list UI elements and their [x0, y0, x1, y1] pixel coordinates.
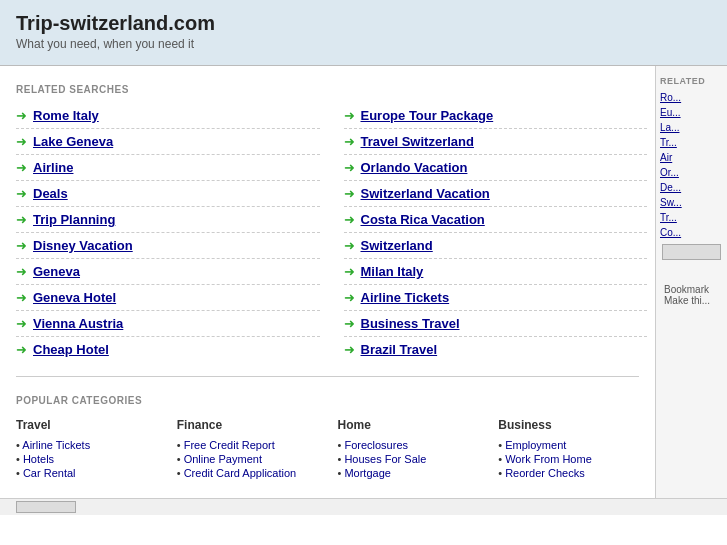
- arrow-icon: ➜: [16, 108, 27, 123]
- category-title: Travel: [16, 418, 157, 432]
- bottom-bar: [0, 498, 727, 515]
- search-link[interactable]: Business Travel: [361, 316, 460, 331]
- arrow-icon: ➜: [16, 316, 27, 331]
- arrow-icon: ➜: [344, 108, 355, 123]
- search-link[interactable]: Brazil Travel: [361, 342, 438, 357]
- arrow-icon: ➜: [344, 290, 355, 305]
- search-link[interactable]: Geneva Hotel: [33, 290, 116, 305]
- category-link[interactable]: Car Rental: [16, 466, 157, 480]
- arrow-icon: ➜: [16, 238, 27, 253]
- bookmark-label: Bookmark: [664, 284, 719, 295]
- arrow-icon: ➜: [16, 134, 27, 149]
- search-item: ➜ Milan Italy: [344, 259, 648, 285]
- search-link[interactable]: Europe Tour Package: [361, 108, 494, 123]
- category-link[interactable]: Hotels: [16, 452, 157, 466]
- search-item: ➜ Airline Tickets: [344, 285, 648, 311]
- category-col: HomeForeclosuresHouses For SaleMortgage: [338, 418, 479, 480]
- sidebar-link[interactable]: Tr...: [660, 210, 723, 225]
- arrow-icon: ➜: [16, 160, 27, 175]
- search-item: ➜ Geneva Hotel: [16, 285, 320, 311]
- search-link[interactable]: Milan Italy: [361, 264, 424, 279]
- arrow-icon: ➜: [16, 290, 27, 305]
- category-link[interactable]: Credit Card Application: [177, 466, 318, 480]
- sidebar-scrollbar[interactable]: [662, 244, 721, 260]
- sidebar-link[interactable]: Eu...: [660, 105, 723, 120]
- sidebar-link[interactable]: Tr...: [660, 135, 723, 150]
- category-col: TravelAirline TicketsHotelsCar Rental: [16, 418, 157, 480]
- category-link[interactable]: Online Payment: [177, 452, 318, 466]
- sidebar-link[interactable]: Ro...: [660, 90, 723, 105]
- category-link[interactable]: Work From Home: [498, 452, 639, 466]
- header: Trip-switzerland.com What you need, when…: [0, 0, 727, 66]
- search-item: ➜ Disney Vacation: [16, 233, 320, 259]
- arrow-icon: ➜: [344, 186, 355, 201]
- sidebar-link[interactable]: Co...: [660, 225, 723, 240]
- search-link[interactable]: Orlando Vacation: [361, 160, 468, 175]
- search-link[interactable]: Switzerland: [361, 238, 433, 253]
- popular-categories-section: POPULAR CATEGORIES TravelAirline Tickets…: [0, 387, 655, 488]
- sidebar-link[interactable]: De...: [660, 180, 723, 195]
- search-item: ➜ Business Travel: [344, 311, 648, 337]
- arrow-icon: ➜: [344, 134, 355, 149]
- search-item: ➜ Cheap Hotel: [16, 337, 320, 362]
- sidebar-link[interactable]: Or...: [660, 165, 723, 180]
- search-item: ➜ Costa Rica Vacation: [344, 207, 648, 233]
- search-item: ➜ Orlando Vacation: [344, 155, 648, 181]
- search-link[interactable]: Switzerland Vacation: [361, 186, 490, 201]
- arrow-icon: ➜: [16, 264, 27, 279]
- sidebar-link[interactable]: Sw...: [660, 195, 723, 210]
- search-link[interactable]: Vienna Austria: [33, 316, 123, 331]
- categories-grid: TravelAirline TicketsHotelsCar RentalFin…: [16, 418, 639, 480]
- search-item: ➜ Geneva: [16, 259, 320, 285]
- sidebar-link[interactable]: La...: [660, 120, 723, 135]
- search-item: ➜ Europe Tour Package: [344, 103, 648, 129]
- search-link[interactable]: Deals: [33, 186, 68, 201]
- main-content: RELATED SEARCHES ➜ Rome Italy ➜ Lake Gen…: [0, 66, 655, 498]
- category-link[interactable]: Employment: [498, 438, 639, 452]
- search-item: ➜ Rome Italy: [16, 103, 320, 129]
- category-title: Home: [338, 418, 479, 432]
- category-link[interactable]: Free Credit Report: [177, 438, 318, 452]
- site-subtitle: What you need, when you need it: [16, 37, 711, 51]
- search-item: ➜ Vienna Austria: [16, 311, 320, 337]
- sidebar-related-label: RELATED: [660, 76, 723, 86]
- make-label: Make thi...: [664, 295, 719, 306]
- search-item: ➜ Switzerland Vacation: [344, 181, 648, 207]
- search-link[interactable]: Cheap Hotel: [33, 342, 109, 357]
- category-link[interactable]: Reorder Checks: [498, 466, 639, 480]
- search-item: ➜ Airline: [16, 155, 320, 181]
- arrow-icon: ➜: [344, 316, 355, 331]
- search-link[interactable]: Disney Vacation: [33, 238, 133, 253]
- horizontal-scrollbar[interactable]: [16, 501, 76, 513]
- search-link[interactable]: Travel Switzerland: [361, 134, 474, 149]
- page-layout: RELATED SEARCHES ➜ Rome Italy ➜ Lake Gen…: [0, 66, 727, 498]
- arrow-icon: ➜: [16, 342, 27, 357]
- category-title: Business: [498, 418, 639, 432]
- search-link[interactable]: Geneva: [33, 264, 80, 279]
- right-sidebar: RELATED Ro...Eu...La...Tr...AirOr...De..…: [655, 66, 727, 498]
- category-col: BusinessEmploymentWork From HomeReorder …: [498, 418, 639, 480]
- search-link[interactable]: Lake Geneva: [33, 134, 113, 149]
- arrow-icon: ➜: [16, 212, 27, 227]
- category-link[interactable]: Foreclosures: [338, 438, 479, 452]
- category-link[interactable]: Airline Tickets: [16, 438, 157, 452]
- search-link[interactable]: Rome Italy: [33, 108, 99, 123]
- site-title: Trip-switzerland.com: [16, 12, 711, 35]
- category-link[interactable]: Mortgage: [338, 466, 479, 480]
- search-link[interactable]: Costa Rica Vacation: [361, 212, 485, 227]
- sidebar-link[interactable]: Air: [660, 150, 723, 165]
- bookmark-section: Bookmark Make thi...: [660, 280, 723, 310]
- category-title: Finance: [177, 418, 318, 432]
- search-item: ➜ Deals: [16, 181, 320, 207]
- search-link[interactable]: Airline: [33, 160, 73, 175]
- category-link[interactable]: Houses For Sale: [338, 452, 479, 466]
- related-right-col: ➜ Europe Tour Package ➜ Travel Switzerla…: [328, 103, 656, 362]
- related-searches-grid: ➜ Rome Italy ➜ Lake Geneva ➜ Airline ➜ D…: [0, 99, 655, 366]
- popular-categories-label: POPULAR CATEGORIES: [16, 395, 639, 410]
- arrow-icon: ➜: [344, 212, 355, 227]
- category-col: FinanceFree Credit ReportOnline PaymentC…: [177, 418, 318, 480]
- search-item: ➜ Lake Geneva: [16, 129, 320, 155]
- search-link[interactable]: Airline Tickets: [361, 290, 450, 305]
- search-item: ➜ Trip Planning: [16, 207, 320, 233]
- search-link[interactable]: Trip Planning: [33, 212, 115, 227]
